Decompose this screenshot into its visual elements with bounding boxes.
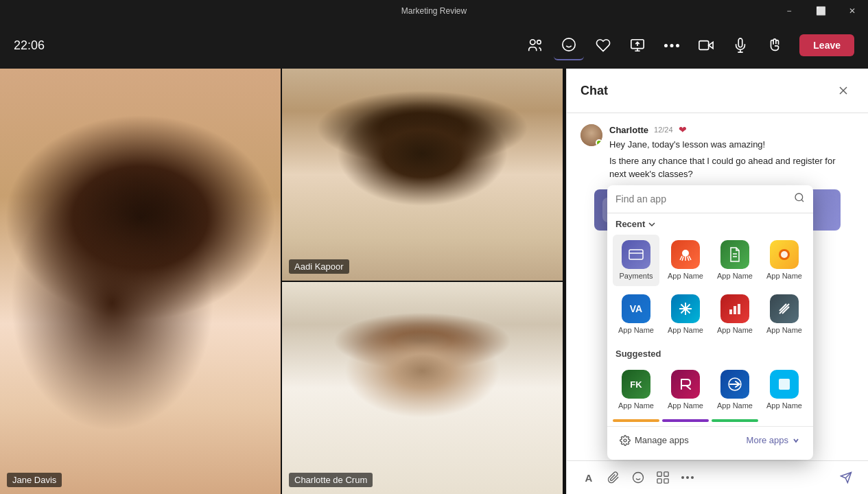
- color-bar-4: [761, 419, 808, 422]
- svg-rect-30: [629, 250, 643, 259]
- share-screen-button[interactable]: [622, 30, 653, 60]
- app-icon-payments: [622, 240, 650, 269]
- maximize-button[interactable]: ⬜: [805, 0, 836, 22]
- svg-rect-49: [779, 379, 790, 390]
- svg-rect-22: [664, 479, 668, 483]
- svg-rect-20: [664, 472, 668, 476]
- more-tools-button[interactable]: [677, 467, 699, 489]
- search-icon[interactable]: [794, 192, 805, 206]
- app-item-payments[interactable]: Payments: [613, 235, 659, 286]
- more-options-button[interactable]: [657, 30, 687, 60]
- svg-rect-43: [734, 306, 736, 314]
- participant-name-jane: Jane Davis: [7, 473, 62, 487]
- app-item-suggested-3[interactable]: App Name: [712, 364, 758, 416]
- app-label-recent-7: App Name: [717, 326, 753, 335]
- attach-button[interactable]: [602, 467, 624, 489]
- app-item-recent-7[interactable]: App Name: [712, 289, 758, 340]
- minimize-button[interactable]: −: [773, 0, 805, 22]
- color-bar-2: [662, 419, 709, 422]
- svg-point-25: [691, 476, 694, 479]
- people-button[interactable]: [519, 30, 550, 60]
- video-cell-aadi: Aadi Kapoor: [282, 69, 563, 281]
- app-item-recent-6[interactable]: App Name: [662, 289, 709, 340]
- blue-icon: [777, 377, 792, 392]
- send-button[interactable]: [835, 467, 857, 489]
- app-item-recent-8[interactable]: App Name: [761, 289, 808, 340]
- svg-point-0: [530, 40, 535, 45]
- diagonal-icon: [777, 301, 792, 316]
- svg-point-24: [686, 476, 689, 479]
- message-body: Charlotte 12/24 ❤ Hey Jane, today's less…: [609, 124, 854, 181]
- color-bar-3: [712, 419, 758, 422]
- emoji-reactions-button[interactable]: [554, 30, 584, 60]
- chat-title: Chat: [580, 84, 832, 98]
- close-button[interactable]: ✕: [836, 0, 868, 22]
- app-item-suggested-4[interactable]: App Name: [761, 364, 808, 416]
- app-label-suggested-4: App Name: [766, 401, 802, 410]
- app-icon-suggested-1: FK: [622, 370, 650, 399]
- chat-header: Chat: [567, 69, 868, 113]
- format-button[interactable]: A: [578, 467, 600, 489]
- message-sender: Charlotte: [609, 125, 648, 135]
- app-item-suggested-2[interactable]: App Name: [662, 364, 709, 416]
- app-label-suggested-1: App Name: [618, 401, 654, 410]
- svg-point-6: [664, 44, 668, 47]
- app-label-suggested-2: App Name: [668, 401, 703, 410]
- app-search-input[interactable]: [615, 193, 788, 204]
- app-item-recent-2[interactable]: App Name: [662, 235, 709, 286]
- app-label-recent-3: App Name: [717, 272, 753, 281]
- emoji-button[interactable]: [627, 467, 649, 489]
- raise-hand-button[interactable]: [760, 30, 790, 60]
- svg-point-1: [537, 40, 541, 44]
- app-label-recent-8: App Name: [766, 326, 802, 335]
- video-cell-charlotte: Charlotte de Crum: [282, 282, 563, 494]
- app-finder-footer: Manage apps More apps: [607, 426, 813, 454]
- snowflake-icon: [678, 301, 693, 316]
- camera-button[interactable]: [691, 30, 721, 60]
- message-avatar-charlotte: [580, 124, 602, 146]
- svg-point-32: [682, 250, 689, 257]
- manage-apps-button[interactable]: Manage apps: [615, 432, 693, 449]
- message-heart: ❤: [679, 124, 687, 135]
- window-controls: − ⬜ ✕: [773, 0, 868, 22]
- color-bar-1: [613, 419, 659, 422]
- app-item-recent-4[interactable]: App Name: [761, 235, 808, 286]
- color-bars: [607, 419, 813, 426]
- app-label-recent-4: App Name: [766, 272, 802, 281]
- chat-message: Charlotte 12/24 ❤ Hey Jane, today's less…: [580, 124, 854, 181]
- svg-line-29: [801, 200, 804, 202]
- app-label-payments: Payments: [620, 272, 653, 281]
- video-grid: Jane Davis Aadi Kapoor Charlotte de Crum: [0, 69, 563, 494]
- app-item-recent-5[interactable]: VA App Name: [613, 289, 659, 340]
- app-icon-recent-6: [671, 294, 700, 323]
- mic-button[interactable]: [725, 30, 755, 60]
- app-icon-recent-5: VA: [622, 294, 650, 323]
- participant-name-charlotte: Charlotte de Crum: [289, 473, 373, 487]
- app-item-recent-3[interactable]: App Name: [712, 235, 758, 286]
- video-cell-jane: Jane Davis: [0, 69, 281, 494]
- svg-rect-9: [699, 41, 709, 50]
- app-search-bar: [607, 185, 813, 213]
- chat-toolbar: A: [567, 460, 868, 494]
- title-bar: Marketing Review − ⬜ ✕: [0, 0, 868, 22]
- meeting-time: 22:06: [14, 38, 45, 53]
- message-text-2: Is there any chance that I could go ahea…: [609, 154, 854, 181]
- app-label-recent-2: App Name: [668, 272, 703, 281]
- message-header: Charlotte 12/24 ❤: [609, 124, 854, 135]
- reactions-button[interactable]: [588, 30, 618, 60]
- app-icon-recent-7: [720, 294, 749, 323]
- svg-point-36: [781, 251, 788, 258]
- leave-button[interactable]: Leave: [799, 34, 854, 56]
- chat-close-button[interactable]: [832, 80, 854, 102]
- app-item-suggested-1[interactable]: FK App Name: [613, 364, 659, 416]
- app-icon-suggested-3: [720, 370, 749, 399]
- payments-icon: [628, 246, 644, 263]
- app-finder-popup: Recent Payments App Name: [607, 185, 813, 460]
- svg-point-28: [795, 193, 803, 201]
- recent-section-label[interactable]: Recent: [607, 213, 813, 232]
- more-apps-button[interactable]: More apps: [742, 432, 805, 448]
- app-icon-suggested-4: [770, 370, 799, 399]
- message-time: 12/24: [654, 126, 673, 134]
- svg-point-50: [624, 439, 626, 442]
- apps-button[interactable]: [652, 467, 674, 489]
